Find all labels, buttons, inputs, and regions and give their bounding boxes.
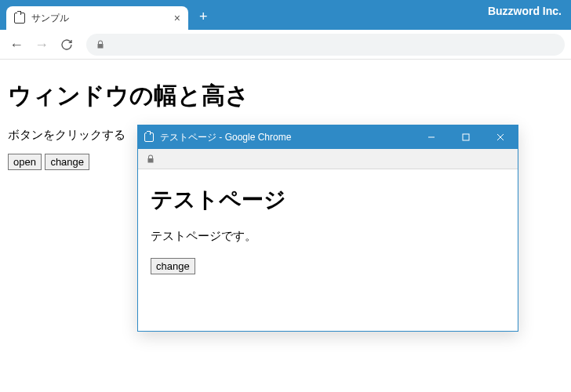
browser-tab[interactable]: サンプル × [6, 6, 188, 30]
change-button[interactable]: change [45, 154, 89, 170]
maximize-icon[interactable] [449, 125, 483, 149]
browser-toolbar: ← → [0, 30, 571, 60]
popup-window: テストページ - Google Chrome テストページ テストページです。 … [137, 125, 518, 332]
back-button[interactable]: ← [6, 34, 27, 55]
page-favicon-icon [14, 13, 25, 24]
popup-address-bar[interactable] [138, 149, 518, 169]
browser-tab-strip: サンプル × + Buzzword Inc. [0, 0, 571, 30]
popup-title-bar[interactable]: テストページ - Google Chrome [138, 125, 518, 149]
tab-title: サンプル [31, 12, 168, 25]
brand-label: Buzzword Inc. [488, 5, 562, 17]
close-icon[interactable] [483, 125, 518, 149]
reload-button[interactable] [56, 34, 77, 55]
svg-rect-1 [463, 134, 469, 140]
popup-text: テストページです。 [151, 229, 505, 244]
popup-heading: テストページ [151, 185, 505, 215]
lock-icon [146, 154, 155, 164]
popup-content: テストページ テストページです。 change [138, 169, 518, 285]
popup-window-title: テストページ - Google Chrome [160, 131, 408, 144]
close-tab-icon[interactable]: × [174, 13, 180, 24]
new-tab-button[interactable]: + [199, 9, 208, 25]
lock-icon [96, 40, 105, 49]
open-button[interactable]: open [8, 154, 42, 170]
minimize-icon[interactable] [414, 125, 449, 149]
popup-change-button[interactable]: change [151, 258, 195, 274]
address-bar[interactable] [86, 34, 565, 56]
page-heading: ウィンドウの幅と高さ [8, 80, 563, 112]
popup-favicon-icon [144, 132, 154, 142]
forward-button[interactable]: → [31, 34, 52, 55]
